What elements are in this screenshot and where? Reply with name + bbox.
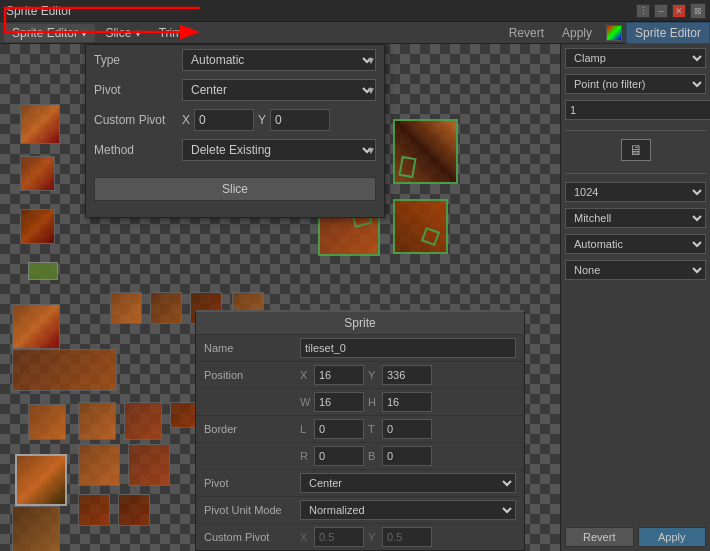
detail-pivot-unit-row: Pivot Unit Mode Normalized Pixels — [196, 497, 524, 524]
apply-button-top[interactable]: Apply — [554, 24, 600, 42]
compression-select[interactable]: Mitchell None — [565, 208, 706, 228]
pos-x-input[interactable] — [314, 365, 364, 385]
slice-type-select[interactable]: Automatic Grid By Cell Size Grid By Cell… — [182, 49, 376, 71]
rgb-icon[interactable] — [606, 25, 622, 41]
custom-pivot-xy: X Y — [300, 527, 516, 547]
pixels-per-unit-input[interactable] — [565, 100, 710, 120]
border-b-coord: B — [368, 446, 432, 466]
border-l-coord: L — [300, 419, 364, 439]
height-input[interactable] — [382, 392, 432, 412]
pos-y-coord: Y — [368, 365, 432, 385]
sprite-detail-title: Sprite — [196, 312, 524, 335]
custom-pivot-y[interactable] — [270, 109, 330, 131]
menu-slice[interactable]: Slice ▾ — [97, 24, 148, 42]
pivot-unit-mode-select[interactable]: Normalized Pixels — [300, 500, 516, 520]
detail-pivot-unit-label: Pivot Unit Mode — [204, 504, 294, 516]
slice-panel: Type Automatic Grid By Cell Size Grid By… — [85, 44, 385, 218]
cp-y-label: Y — [368, 531, 380, 543]
sprite-thumb-b4 — [78, 444, 120, 486]
custom-pivot-y-input — [382, 527, 432, 547]
custom-pivot-x[interactable] — [194, 109, 254, 131]
apply-button[interactable]: Apply — [638, 527, 707, 547]
menu-trim[interactable]: Trim — [151, 24, 191, 42]
filter-select[interactable]: Point (no filter) Bilinear — [565, 74, 706, 94]
border-b-input[interactable] — [382, 446, 432, 466]
width-input[interactable] — [314, 392, 364, 412]
detail-position-row: Position X Y — [196, 362, 524, 389]
pixels-per-unit-row — [565, 100, 706, 120]
custom-pivot-x-input — [314, 527, 364, 547]
sprite-thumb-b6 — [78, 494, 110, 526]
detail-name-label: Name — [204, 342, 294, 354]
window-controls: ⋮ – ✕ ⊠ — [636, 0, 706, 21]
xy-inputs: X Y — [182, 109, 376, 131]
detail-pivot-row: Pivot Center Top Left Custom — [196, 470, 524, 497]
sprite-thumb-b2 — [124, 402, 162, 440]
detail-custom-pivot-label: Custom Pivot — [204, 531, 294, 543]
wrap-select[interactable]: Clamp Repeat Mirror — [565, 48, 706, 68]
sprite-editor-panel-btn[interactable]: Sprite Editor — [626, 22, 710, 44]
border-t-input[interactable] — [382, 419, 432, 439]
detail-custom-pivot-row: Custom Pivot X Y — [196, 524, 524, 550]
close-btn[interactable]: ✕ — [672, 4, 686, 18]
border-t-coord: T — [368, 419, 432, 439]
main-layout: Type Automatic Grid By Cell Size Grid By… — [0, 44, 710, 551]
detail-pivot-label: Pivot — [204, 477, 294, 489]
revert-button-top[interactable]: Revert — [501, 24, 552, 42]
slice-custom-pivot-row: Custom Pivot X Y — [86, 105, 384, 135]
detail-border-rb-row: R B — [196, 443, 524, 470]
sprite-name-input[interactable] — [300, 338, 516, 358]
slice-pivot-label: Pivot — [94, 83, 174, 97]
slice-pivot-row: Pivot Center Top Left Top ▼ — [86, 75, 384, 105]
slice-type-label: Type — [94, 53, 174, 67]
border-l-input[interactable] — [314, 419, 364, 439]
pivot-select[interactable]: Center Top Left Custom — [300, 473, 516, 493]
b-label: B — [368, 450, 380, 462]
sprite-thumb-9 — [12, 506, 60, 551]
y-label: Y — [258, 109, 266, 131]
slice-button[interactable]: Slice — [94, 177, 376, 201]
border-lt: L T — [300, 419, 516, 439]
slice-method-select[interactable]: Delete Existing Smart Safe — [182, 139, 376, 161]
x-label: X — [182, 109, 190, 131]
alpha-select[interactable]: None From Gray Scale — [565, 260, 706, 280]
resolution-select[interactable]: 1024 256 512 2048 — [565, 182, 706, 202]
w-label: W — [300, 396, 312, 408]
pos-x-label: X — [300, 369, 312, 381]
pos-y-label: Y — [368, 369, 380, 381]
sprite-thumb-1 — [20, 104, 60, 144]
sprite-thumb-4 — [28, 262, 58, 280]
t-label: T — [368, 423, 380, 435]
settings-btn[interactable]: ⋮ — [636, 4, 650, 18]
revert-button[interactable]: Revert — [565, 527, 634, 547]
color-space-select[interactable]: Automatic sRGB — [565, 234, 706, 254]
slice-pivot-select[interactable]: Center Top Left Top — [182, 79, 376, 101]
pos-x-coord: X — [300, 365, 364, 385]
custom-px-coord: X — [300, 527, 364, 547]
border-r-input[interactable] — [314, 446, 364, 466]
slice-type-row: Type Automatic Grid By Cell Size Grid By… — [86, 45, 384, 75]
r-label: R — [300, 450, 312, 462]
slice-method-row: Method Delete Existing Smart Safe ▼ — [86, 135, 384, 165]
slice-method-label: Method — [94, 143, 174, 157]
sprite-thumb-m2 — [150, 292, 182, 324]
size-xy: W H — [300, 392, 516, 412]
minimize-btn[interactable]: – — [654, 4, 668, 18]
h-label: H — [368, 396, 380, 408]
right-sidebar: Clamp Repeat Mirror Point (no filter) Bi… — [560, 44, 710, 551]
sprite-thumb-8 — [15, 454, 67, 506]
sprite-thumb-m1 — [110, 292, 142, 324]
pos-y-input[interactable] — [382, 365, 432, 385]
menu-sprite-editor[interactable]: Sprite Editor ▾ — [4, 24, 95, 42]
custom-py-coord: Y — [368, 527, 432, 547]
monitor-icon: 🖥 — [621, 139, 651, 161]
expand-btn[interactable]: ⊠ — [690, 3, 706, 19]
sprite-thumb-6 — [12, 349, 117, 391]
cp-x-label: X — [300, 531, 312, 543]
sidebar-divider-1 — [565, 130, 706, 131]
sprite-thumb-3 — [20, 209, 55, 244]
canvas-area[interactable]: Type Automatic Grid By Cell Size Grid By… — [0, 44, 560, 551]
width-coord: W — [300, 392, 364, 412]
l-label: L — [300, 423, 312, 435]
sidebar-divider-2 — [565, 173, 706, 174]
